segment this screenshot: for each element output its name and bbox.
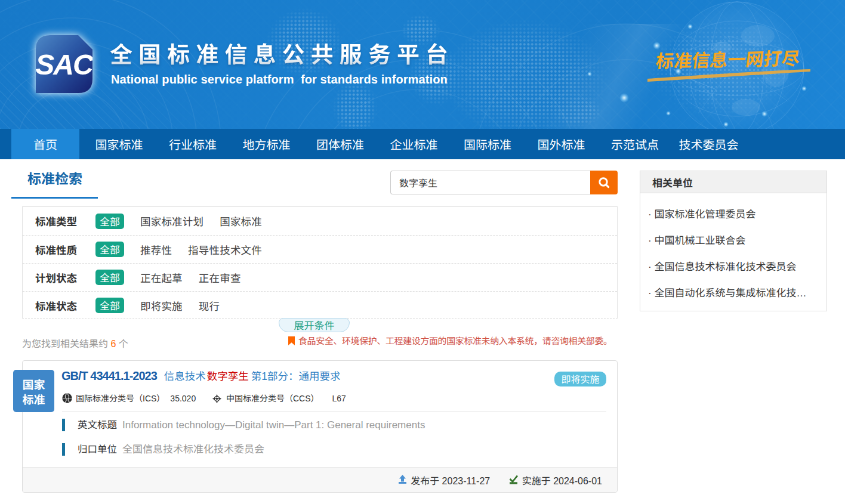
svg-text:SAC: SAC — [36, 49, 92, 81]
